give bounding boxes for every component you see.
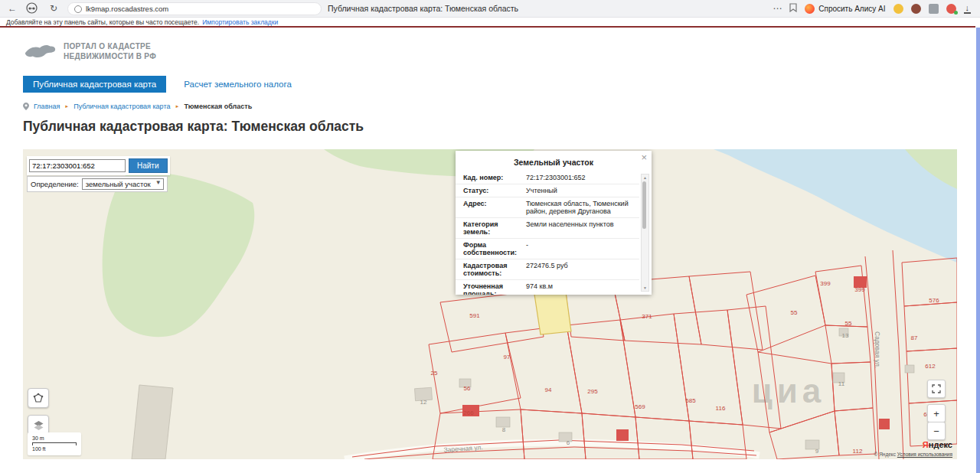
scroll-down-icon[interactable]: ▼ [642, 285, 648, 290]
definition-select[interactable]: земельный участок ▼ [82, 178, 164, 190]
parcel-label: 116 [716, 405, 726, 412]
popup-row-value: Учтенный [526, 187, 639, 194]
parcel-label: 399 [820, 280, 830, 287]
measure-area-button[interactable] [28, 388, 49, 408]
breadcrumb-current: Тюменская область [184, 103, 252, 110]
tab-title: Публичная кадастровая карта: Тюменская о… [328, 0, 518, 17]
search-button[interactable]: Найти [129, 158, 168, 173]
popup-row-value: - [526, 241, 639, 256]
popup-row-label: Кад. номер: [463, 174, 526, 181]
map-attribution: Яндекс © Яндекс Условия использования [874, 439, 952, 458]
polygon-draw-icon [33, 393, 44, 403]
popup-row-label: Категория земель: [463, 220, 526, 236]
zoom-out-button[interactable]: − [927, 422, 946, 440]
popup-row: Форма собственности:- [456, 239, 639, 259]
popup-title: Земельный участок [456, 151, 652, 167]
incognito-glasses-icon [26, 2, 38, 14]
map-canvas[interactable]: 5913719725569429556958511639939955555768… [23, 149, 957, 459]
scroll-thumb[interactable] [642, 181, 646, 229]
address-bar[interactable]: lk9map.roscadastres.com [67, 2, 322, 15]
parcel-label: 6 [567, 439, 570, 446]
parcel-label: 371 [642, 313, 652, 320]
popup-row-value: 974 кв.м [526, 282, 639, 295]
popup-row-label: Кадастровая стоимость: [463, 262, 526, 277]
alice-button[interactable]: Спросить Алису AI [805, 4, 885, 14]
tab-land-tax-calc[interactable]: Расчет земельного налога [174, 76, 302, 93]
breadcrumb-home[interactable]: Главная [34, 103, 60, 110]
parcel-info-popup: Земельный участок × Кад. номер:72:17:230… [456, 151, 652, 295]
download-icon[interactable]: ↓ [964, 4, 972, 14]
parcel-label: 25 [431, 370, 438, 377]
parcel-label: 112 [853, 448, 863, 455]
bookmarks-hint-text: Добавляйте на эту панель сайты, которые … [6, 18, 199, 26]
popup-row-label: Форма собственности: [463, 241, 526, 256]
scroll-up-icon[interactable]: ▲ [642, 175, 648, 180]
parcel-label: 11 [838, 380, 844, 387]
toolbar-right: ⋯ Спросить Алису AI ↓ [773, 0, 971, 17]
bookmarks-bar: Добавляйте на эту панель сайты, которые … [0, 18, 980, 26]
incognito-profile-icon[interactable] [26, 2, 38, 17]
parcel-label: 97 [504, 354, 511, 360]
copyright-text: © Яндекс [874, 452, 896, 457]
pin-icon [23, 103, 29, 110]
parcel-label: 87 [911, 334, 918, 341]
fullscreen-icon [932, 384, 941, 393]
parcel-label: 56 [464, 385, 471, 392]
site-nav: Публичная кадастровая карта Расчет земел… [23, 76, 302, 93]
alice-icon [805, 4, 815, 14]
logo-line-2: НЕДВИЖИМОСТИ В РФ [64, 51, 156, 61]
page-scrollbar[interactable] [976, 28, 980, 473]
fullscreen-button[interactable] [927, 380, 946, 398]
site-logo-text: ПОРТАЛ О КАДАСТРЕ НЕДВИЖИМОСТИ В РФ [64, 41, 156, 61]
search-input[interactable] [29, 159, 126, 172]
more-options-icon[interactable]: ⋯ [773, 0, 782, 17]
parcel-label: 13 [842, 332, 849, 339]
parcel-label: 9 [815, 448, 818, 455]
extension-icon-1[interactable] [893, 4, 903, 14]
terms-link[interactable]: Условия использования [897, 452, 952, 457]
popup-row-label: Статус: [463, 187, 526, 194]
search-panel: Найти [27, 156, 170, 175]
popup-row-value: Тюменская область, Тюменский район, дере… [526, 200, 639, 215]
bookmark-flag-icon[interactable] [789, 2, 797, 15]
popup-row: Категория земель:Земли населенных пункто… [456, 218, 639, 239]
parcel-label: 569 [635, 403, 645, 410]
site-logo[interactable]: ПОРТАЛ О КАДАСТРЕ НЕДВИЖИМОСТИ В РФ [23, 41, 156, 61]
refresh-icon[interactable]: ↻ [47, 0, 60, 17]
logo-line-1: ПОРТАЛ О КАДАСТРЕ [64, 41, 156, 51]
breadcrumb-map[interactable]: Публичная кадастровая карта [74, 103, 170, 110]
street-label: Садовая ул. [874, 331, 881, 368]
parcel-label: 612 [925, 363, 935, 370]
browser-toolbar: ← ↻ lk9map.roscadastres.com Публичная ка… [0, 0, 980, 18]
definition-label: Определение: [31, 180, 79, 188]
parcel-label: 266 [463, 409, 473, 416]
tab-public-cadastral-map[interactable]: Публичная кадастровая карта [23, 76, 166, 93]
breadcrumb-separator-icon: ► [64, 104, 69, 109]
parcel-label: 585 [685, 397, 695, 404]
popup-row-label: Уточненная площадь: [463, 282, 526, 295]
russia-map-icon [23, 41, 57, 61]
yandex-logo[interactable]: Яндекс [874, 439, 952, 451]
popup-scrollbar[interactable]: ▲ ▼ [641, 174, 649, 292]
zoom-in-button[interactable]: + [927, 404, 946, 422]
chevron-down-icon: ▼ [155, 179, 162, 186]
scale-metric: 30 m [32, 435, 77, 442]
scale-imperial: 100 ft [32, 445, 77, 453]
popup-row-label: Адрес: [463, 200, 526, 215]
extension-icon-2[interactable] [911, 4, 921, 14]
scale-indicator: 30 m 100 ft [28, 432, 81, 455]
close-icon[interactable]: × [641, 152, 647, 163]
import-bookmarks-link[interactable]: Импортировать закладки [202, 18, 278, 26]
parcel-label: 576 [929, 297, 939, 304]
back-icon[interactable]: ← [6, 0, 18, 17]
adblock-icon[interactable] [946, 4, 956, 14]
definition-value: земельный участок [86, 180, 151, 188]
popup-row: Уточненная площадь:974 кв.м [456, 280, 639, 295]
parcel-label: 55 [791, 309, 798, 316]
layers-icon [33, 419, 44, 431]
parcel-label: 8 [502, 426, 505, 433]
watermark: циа [752, 372, 826, 410]
popup-row: Кадастровая стоимость:272476.5 руб [456, 259, 639, 280]
extension-icon-3[interactable] [929, 4, 939, 14]
site-security-icon[interactable] [74, 5, 82, 13]
